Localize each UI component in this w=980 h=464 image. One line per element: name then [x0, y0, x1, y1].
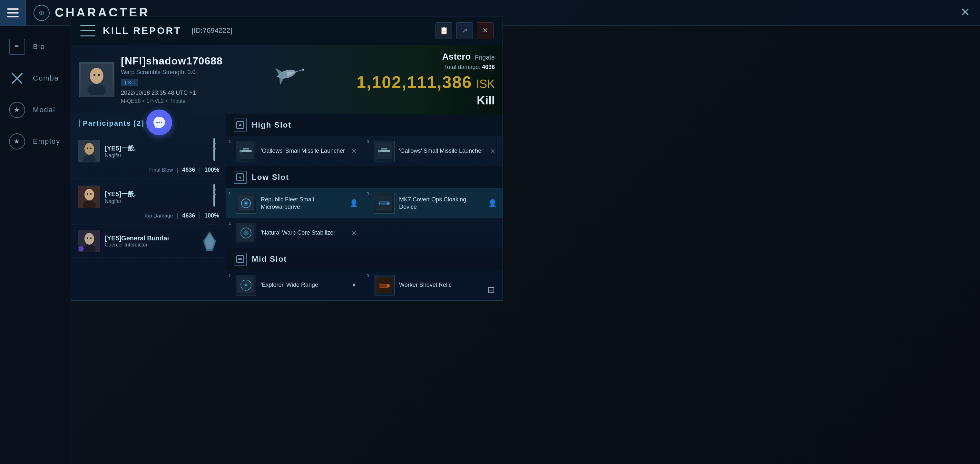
- kr-menu-button[interactable]: [80, 25, 95, 37]
- svg-point-57: [245, 202, 247, 204]
- participant-item[interactable]: [YE5]一般. Naglfar Top Damage | 4636: [71, 179, 226, 225]
- svg-rect-35: [213, 189, 216, 190]
- mid-slot-title: Mid Slot: [252, 254, 287, 264]
- svg-rect-27: [213, 143, 216, 145]
- slot-item[interactable]: 1 'Gallows' Small Missile Launcher ✕: [226, 136, 364, 166]
- filter-icon[interactable]: ⊟: [487, 284, 495, 295]
- svg-line-19: [296, 70, 303, 72]
- svg-point-81: [161, 122, 162, 123]
- slot-item[interactable]: 1 'Explorer' Wide Range ▼: [226, 270, 364, 300]
- player-avatar: [79, 62, 115, 97]
- sidebar-item-combat[interactable]: Comba: [0, 64, 71, 93]
- slot-image: [235, 141, 256, 161]
- kill-report-banner: [NFI]shadow170688 Warp Scramble Strength…: [71, 45, 503, 114]
- sidebar-item-medal[interactable]: ★ Medal: [0, 95, 71, 124]
- participant-corp: Naglfar: [105, 199, 136, 204]
- participant-pct: 100%: [204, 212, 219, 219]
- kill-report-id: [ID:7694222]: [191, 26, 232, 35]
- slot-number: 1: [367, 191, 369, 196]
- slot-item[interactable]: 1 MK7 Covert Ops Cloaking Device: [364, 189, 503, 218]
- export-button[interactable]: ↗: [456, 22, 473, 39]
- participant-avatar: [78, 140, 100, 162]
- slot-name: MK7 Covert Ops Cloaking Device: [399, 196, 484, 211]
- kr-header-actions: 📋 ↗ ✕: [436, 22, 493, 39]
- medal-icon: ★: [9, 102, 25, 118]
- svg-point-48: [240, 150, 242, 153]
- mid-slot-icon: [234, 253, 247, 265]
- svg-point-52: [378, 150, 380, 153]
- app-close-button[interactable]: ✕: [956, 3, 975, 22]
- participant-label: Top Damage: [144, 213, 173, 219]
- svg-rect-51: [381, 148, 388, 149]
- floating-action-button[interactable]: [146, 110, 172, 135]
- slot-info: Republic Fleet Small Microwarpdrive: [261, 196, 345, 211]
- participant-avatar: [78, 230, 100, 252]
- ship-image: [239, 48, 335, 100]
- slot-info: 'Natura' Warp Core Stabilizer: [261, 229, 345, 237]
- participant-corp: Naglfar: [105, 153, 136, 159]
- sidebar-item-bio-label: Bio: [33, 43, 45, 51]
- participants-title: Participants [2]: [83, 119, 145, 128]
- slot-user-icon: 👤: [488, 199, 497, 208]
- participant-avatar: [78, 186, 100, 208]
- slot-user-icon: 👤: [350, 199, 358, 208]
- copy-button[interactable]: 📋: [436, 22, 452, 39]
- slot-dropdown-button[interactable]: ▼: [350, 281, 358, 290]
- player-name: [NFI]shadow170688: [121, 55, 223, 67]
- svg-point-79: [156, 122, 158, 123]
- svg-point-6: [94, 74, 95, 76]
- slot-item[interactable]: 1 Worker Shovel Relic: [364, 270, 503, 300]
- svg-point-77: [387, 284, 390, 288]
- hamburger-button[interactable]: [0, 0, 26, 26]
- slot-name: 'Explorer' Wide Range: [261, 281, 345, 289]
- svg-point-41: [90, 237, 92, 239]
- kr-close-button[interactable]: ✕: [477, 22, 493, 39]
- player-info: [NFI]shadow170688 Warp Scramble Strength…: [121, 55, 223, 104]
- slot-number: 1: [367, 139, 369, 144]
- participant-top: [YE5]一般. Naglfar: [78, 184, 219, 210]
- low-slot-grid: 1 Republic Fleet Small Microwarpdrive 👤: [226, 189, 503, 248]
- svg-rect-69: [238, 258, 242, 260]
- high-slot-title: High Slot: [252, 121, 291, 130]
- svg-point-40: [87, 237, 88, 239]
- participant-name: [YE5]一般.: [105, 190, 136, 199]
- slot-image: [235, 193, 256, 214]
- high-slot-grid: 1 'Gallows' Small Missile Launcher ✕: [226, 136, 503, 166]
- slot-remove-button[interactable]: ✕: [350, 228, 358, 238]
- slot-item[interactable]: 1 'Gallows' Small Missile Launcher ✕: [364, 136, 503, 166]
- svg-rect-34: [213, 184, 215, 207]
- total-damage-value: 4636: [482, 64, 495, 70]
- svg-point-4: [91, 68, 103, 83]
- participant-item[interactable]: [YE5]一般. Naglfar Final Blow | 4636: [71, 133, 226, 179]
- kill-report-title: KILL REPORT: [103, 25, 181, 36]
- kill-report-header: KILL REPORT [ID:7694222] 📋 ↗ ✕: [71, 16, 503, 45]
- slot-item[interactable]: 1 'Natura' Warp Core Stabilizer ✕: [226, 218, 364, 248]
- slot-item[interactable]: 1 Republic Fleet Small Microwarpdrive 👤: [226, 189, 364, 218]
- participant-weapon: [193, 184, 219, 210]
- kill-badge: 1 Kill: [121, 79, 138, 86]
- small-badge: [79, 246, 84, 251]
- slot-image: [374, 275, 395, 296]
- participant-bottom: Top Damage | 4636 | 100%: [78, 212, 219, 219]
- participant-item[interactable]: [YE5]General Bundai Coercer Interdictor: [71, 225, 226, 258]
- participant-corp: Coercer Interdictor: [105, 242, 169, 248]
- sidebar-item-employ-label: Employ: [33, 137, 60, 146]
- participant-damage: 4636: [182, 167, 195, 173]
- slot-image: [374, 141, 395, 161]
- sidebar-item-bio[interactable]: ≡ Bio: [0, 32, 71, 61]
- svg-rect-36: [213, 194, 216, 195]
- slot-number: 1: [229, 139, 231, 144]
- slot-remove-button[interactable]: ✕: [350, 146, 358, 156]
- participant-weapon: [193, 138, 219, 164]
- slot-remove-button[interactable]: ✕: [489, 146, 497, 156]
- kill-result-label: Kill: [356, 94, 495, 107]
- isk-value: 1,102,111,386: [356, 73, 472, 92]
- slot-image: [235, 222, 256, 243]
- low-slot-title: Low Slot: [252, 173, 289, 182]
- slot-name: 'Gallows' Small Missile Launcher: [261, 147, 345, 155]
- kill-report-body: Participants [2] [YE5]一: [71, 114, 503, 300]
- svg-point-80: [159, 122, 160, 123]
- sidebar-item-employ[interactable]: ★ Employ: [0, 127, 71, 156]
- participant-bottom: Final Blow | 4636 | 100%: [78, 167, 219, 173]
- svg-point-30: [84, 189, 94, 200]
